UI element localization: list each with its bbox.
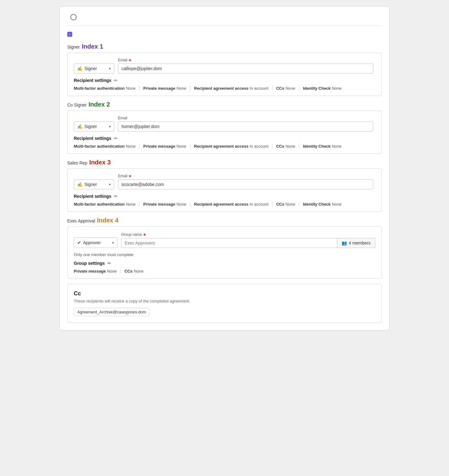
settings-val-2-index1: In account <box>250 86 268 91</box>
recipient-section-index2: Co SignerIndex 2 ✍Signer▾EmailRecipient … <box>67 101 382 154</box>
email-input-index2[interactable] <box>118 121 373 131</box>
settings-item-4-index2: Identity CheckNone <box>303 144 342 149</box>
dropdown-group-index2: ✍Signer▾ <box>74 116 114 131</box>
group-recipient-section: Exec ApprovalIndex 4 ✔Approver▾Group nam… <box>67 217 382 279</box>
dropdown-label-spacer-index2 <box>74 116 114 120</box>
group-settings-item-0: Private messageNone <box>74 269 121 274</box>
signer-icon-index1: ✍ <box>77 66 83 71</box>
dropdown-text-index3: Signer <box>84 182 97 187</box>
email-label-index1: Email ★ <box>118 58 375 62</box>
role-label-index1: Signer <box>67 45 80 50</box>
sign-order-checkbox[interactable] <box>67 32 72 37</box>
dropdown-arrow-index1: ▾ <box>109 67 111 71</box>
settings-key-0-index3: Multi-factor authentication <box>74 202 125 207</box>
settings-val-1-index2: None <box>177 144 186 149</box>
members-badge[interactable]: 👥4 members <box>337 238 375 248</box>
dropdown-text-index1: Signer <box>84 66 97 71</box>
signer-dropdown-index1[interactable]: ✍Signer▾ <box>74 64 114 74</box>
approver-label-spacer <box>74 232 117 236</box>
recipient-section-index1: SignerIndex 1 ✍Signer▾Email ★Recipient s… <box>67 43 382 96</box>
group-card: ✔Approver▾Group name ★👥4 membersOnly one… <box>67 226 382 279</box>
dropdown-arrow-index3: ▾ <box>109 183 111 187</box>
cc-section: CcThese recipients will receive a copy o… <box>67 284 382 323</box>
edit-settings-icon-index1[interactable]: ✏ <box>114 78 118 83</box>
email-group-index3: Email ★ <box>118 174 375 189</box>
main-container: SignerIndex 1 ✍Signer▾Email ★Recipient s… <box>59 6 390 331</box>
email-input-index3[interactable] <box>118 179 373 189</box>
approver-text: Approver <box>83 240 101 245</box>
index-label-index2: Index 2 <box>88 101 110 108</box>
group-name-label: Group name ★ <box>121 232 375 237</box>
edit-group-settings-icon[interactable]: ✏ <box>107 261 111 266</box>
settings-item-0-index1: Multi-factor authenticationNone <box>74 86 139 91</box>
group-input-row: ✔Approver▾Group name ★👥4 members <box>74 232 375 248</box>
settings-key-0-index2: Multi-factor authentication <box>74 144 125 149</box>
email-input-index1[interactable] <box>118 64 373 74</box>
settings-item-2-index3: Recipient agreement accessIn account <box>194 202 272 207</box>
approver-check-icon: ✔ <box>77 240 81 245</box>
recipient-header-index1: SignerIndex 1 <box>67 43 382 50</box>
approver-dropdown[interactable]: ✔Approver▾ <box>74 237 117 248</box>
only-one-member-note: Only one member must complete <box>74 252 375 257</box>
settings-item-4-index3: Identity CheckNone <box>303 202 342 207</box>
settings-item-0-index2: Multi-factor authenticationNone <box>74 144 139 149</box>
signer-dropdown-index2[interactable]: ✍Signer▾ <box>74 121 114 131</box>
group-settings-key-0: Private message <box>74 269 106 274</box>
settings-val-1-index1: None <box>177 86 186 91</box>
settings-row-index3: Recipient settings✏ <box>74 194 375 199</box>
settings-key-1-index3: Private message <box>143 202 175 207</box>
settings-item-2-index2: Recipient agreement accessIn account <box>194 144 272 149</box>
settings-val-3-index2: None <box>286 144 295 149</box>
edit-settings-icon-index2[interactable]: ✏ <box>114 136 118 141</box>
approver-dropdown-group: ✔Approver▾ <box>74 232 117 248</box>
help-icon[interactable] <box>70 14 77 20</box>
people-icon: 👥 <box>342 240 347 245</box>
settings-val-0-index3: None <box>126 202 135 207</box>
settings-key-3-index3: CCs <box>276 202 284 207</box>
recipient-header-index2: Co SignerIndex 2 <box>67 101 382 108</box>
group-name-input[interactable] <box>121 238 337 248</box>
recipient-input-row-index2: ✍Signer▾Email <box>74 116 375 131</box>
index-label-index3: Index 3 <box>89 159 111 166</box>
group-settings-details: Private messageNoneCCsNone <box>74 269 375 274</box>
recipient-card-index1: ✍Signer▾Email ★Recipient settings✏Multi-… <box>67 53 382 96</box>
settings-row-index1: Recipient settings✏ <box>74 78 375 83</box>
edit-settings-icon-index3[interactable]: ✏ <box>114 194 118 199</box>
group-settings-row: Group settings✏ <box>74 261 375 266</box>
settings-row-index2: Recipient settings✏ <box>74 136 375 141</box>
settings-item-1-index3: Private messageNone <box>143 202 190 207</box>
recipient-input-row-index3: ✍Signer▾Email ★ <box>74 174 375 189</box>
role-label-index2: Co Signer <box>67 102 87 107</box>
settings-val-1-index3: None <box>177 202 186 207</box>
recipient-section-index3: Sales RepIndex 3 ✍Signer▾Email ★Recipien… <box>67 159 382 212</box>
settings-key-4-index2: Identity Check <box>303 144 331 149</box>
group-settings-val-0: None <box>107 269 117 274</box>
dropdown-group-index1: ✍Signer▾ <box>74 58 114 74</box>
group-role-label: Exec Approval <box>67 218 95 223</box>
settings-val-3-index1: None <box>286 86 295 91</box>
group-name-input-wrapper: 👥4 members <box>121 238 375 248</box>
email-group-index2: Email <box>118 116 375 131</box>
settings-label-index2: Recipient settings <box>74 136 111 141</box>
settings-item-3-index2: CCsNone <box>276 144 299 149</box>
settings-item-4-index1: Identity CheckNone <box>303 86 342 91</box>
settings-details-index3: Multi-factor authenticationNonePrivate m… <box>74 202 375 207</box>
settings-key-1-index1: Private message <box>143 86 175 91</box>
dropdown-group-index3: ✍Signer▾ <box>74 174 114 189</box>
settings-item-3-index3: CCsNone <box>276 202 299 207</box>
settings-label-index1: Recipient settings <box>74 78 111 83</box>
signer-icon-index3: ✍ <box>77 182 83 187</box>
dropdown-arrow-index2: ▾ <box>109 125 111 129</box>
group-header: Exec ApprovalIndex 4 <box>67 217 382 224</box>
settings-key-2-index3: Recipient agreement access <box>194 202 248 207</box>
page-header <box>67 14 382 26</box>
email-label-index2: Email <box>118 116 375 120</box>
settings-item-0-index3: Multi-factor authenticationNone <box>74 202 139 207</box>
group-name-field-group: Group name ★👥4 members <box>121 232 375 248</box>
settings-val-2-index3: In account <box>250 202 268 207</box>
settings-val-0-index1: None <box>126 86 135 91</box>
group-settings-label: Group settings <box>74 261 105 266</box>
cc-email-tag[interactable]: Agreement_Archive@caseyjones.dom <box>74 308 149 316</box>
signer-dropdown-index3[interactable]: ✍Signer▾ <box>74 179 114 189</box>
members-count: 4 members <box>349 240 371 245</box>
